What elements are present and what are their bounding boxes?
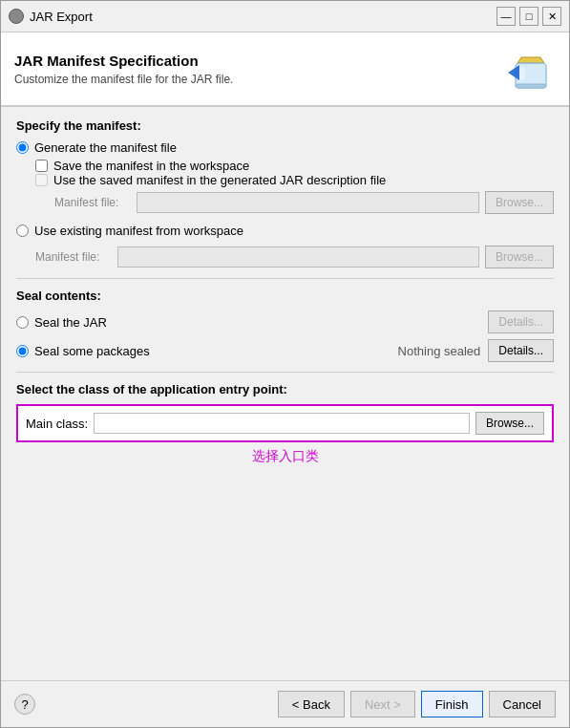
manifest-radio-group: Generate the manifest file Save the mani… [16,140,554,268]
seal-some-radio[interactable] [16,345,29,357]
existing-manifest-options: Manifest file: Browse... [35,242,554,268]
help-button[interactable]: ? [14,694,35,715]
seal-some-left: Seal some packages [16,344,150,358]
existing-manifest-label[interactable]: Use existing manifest from workspace [34,224,243,238]
footer-buttons: < Back Next > Finish Cancel [278,691,556,717]
seal-jar-row: Seal the JAR Details... [16,310,554,333]
divider-1 [16,278,554,279]
main-class-box: Main class: Browse... [16,404,554,442]
title-bar: JAR Export — □ ✕ [1,1,569,32]
use-saved-manifest-checkbox[interactable] [35,174,48,186]
window-icon [9,9,24,24]
existing-manifest-radio[interactable] [16,225,29,237]
save-manifest-label[interactable]: Save the manifest in the workspace [53,159,249,173]
page-subtitle: Customize the manifest file for the JAR … [14,73,233,86]
seal-some-details-button[interactable]: Details... [488,339,554,362]
existing-manifest-row: Use existing manifest from workspace [16,224,554,238]
existing-manifest-file-row: Manifest file: Browse... [35,246,554,268]
svg-marker-0 [517,57,544,63]
main-content: Specify the manifest: Generate the manif… [1,107,569,680]
generate-manifest-row: Generate the manifest file [16,140,554,155]
entry-section-label: Select the class of the application entr… [16,382,554,396]
generate-manifest-radio[interactable] [16,141,29,154]
main-class-browse-button[interactable]: Browse... [475,412,544,435]
window-controls: — □ ✕ [496,7,561,26]
main-class-input[interactable] [94,413,470,434]
header-icon [506,44,556,94]
back-button[interactable]: < Back [278,691,345,717]
seal-some-right: Nothing sealed Details... [398,339,554,362]
seal-section-label: Seal contents: [16,289,554,303]
svg-rect-3 [516,84,546,88]
header-text: JAR Manifest Specification Customize the… [14,53,233,86]
nothing-sealed-text: Nothing sealed [398,344,481,358]
manifest-section-label: Specify the manifest: [16,118,554,133]
footer-left: ? [14,694,278,715]
next-button[interactable]: Next > [350,691,415,717]
window-title: JAR Export [30,10,496,24]
seal-jar-details-button[interactable]: Details... [488,310,554,333]
seal-some-label[interactable]: Seal some packages [34,344,150,358]
generate-manifest-options: Save the manifest in the workspace Use t… [35,159,554,214]
header-section: JAR Manifest Specification Customize the… [1,32,569,107]
seal-jar-left: Seal the JAR [16,315,107,330]
save-manifest-checkbox[interactable] [35,160,48,172]
maximize-button[interactable]: □ [519,7,538,26]
footer: ? < Back Next > Finish Cancel [1,680,569,727]
close-button[interactable]: ✕ [542,7,561,26]
manifest-file-row: Manifest file: Browse... [54,191,554,214]
finish-button[interactable]: Finish [421,691,483,717]
main-class-label: Main class: [26,417,88,431]
manifest-browse-button[interactable]: Browse... [485,191,554,214]
existing-manifest-file-input[interactable] [117,246,479,268]
use-saved-manifest-label[interactable]: Use the saved manifest in the generated … [53,173,386,187]
svg-marker-4 [508,65,519,80]
seal-some-row: Seal some packages Nothing sealed Detail… [16,339,554,362]
select-entry-hint: 选择入口类 [16,448,554,465]
jar-export-window: JAR Export — □ ✕ JAR Manifest Specificat… [0,0,570,728]
manifest-file-label: Manifest file: [54,196,131,209]
seal-jar-right: Details... [488,310,554,333]
seal-options: Seal the JAR Details... Seal some packag… [16,310,554,362]
entry-section: Select the class of the application entr… [16,382,554,465]
existing-manifest-file-label: Manifest file: [35,250,112,264]
manifest-file-input[interactable] [137,192,479,213]
seal-jar-radio[interactable] [16,316,29,329]
generate-manifest-label[interactable]: Generate the manifest file [34,140,177,155]
seal-jar-label[interactable]: Seal the JAR [34,315,107,330]
jar-svg-icon [506,44,556,94]
divider-2 [16,372,554,373]
cancel-button[interactable]: Cancel [489,691,556,717]
use-saved-manifest-row: Use the saved manifest in the generated … [35,173,554,187]
svg-rect-2 [519,67,525,80]
existing-manifest-browse-button[interactable]: Browse... [485,246,554,268]
page-title: JAR Manifest Specification [14,53,233,69]
save-manifest-row: Save the manifest in the workspace [35,159,554,173]
minimize-button[interactable]: — [496,7,516,26]
